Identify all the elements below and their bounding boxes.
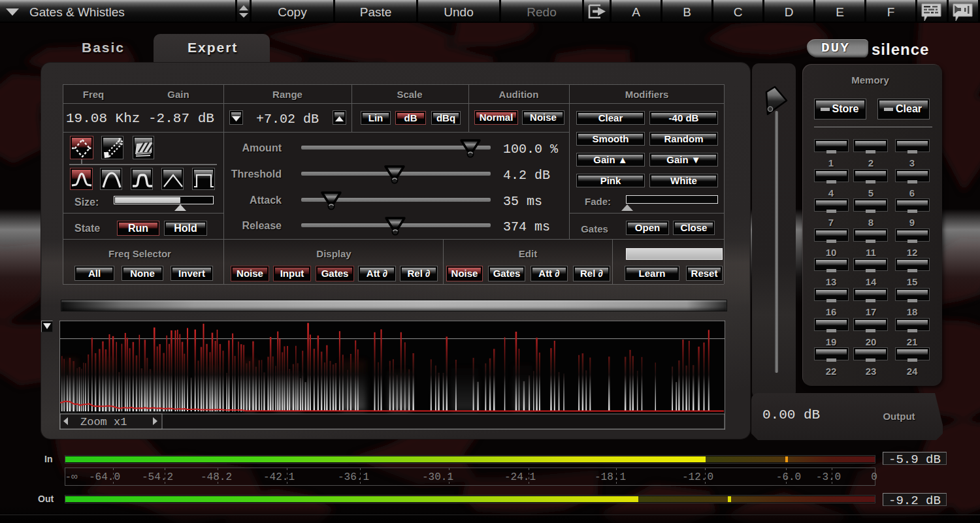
svg-text:Zoom x1: Zoom x1 bbox=[80, 416, 127, 428]
